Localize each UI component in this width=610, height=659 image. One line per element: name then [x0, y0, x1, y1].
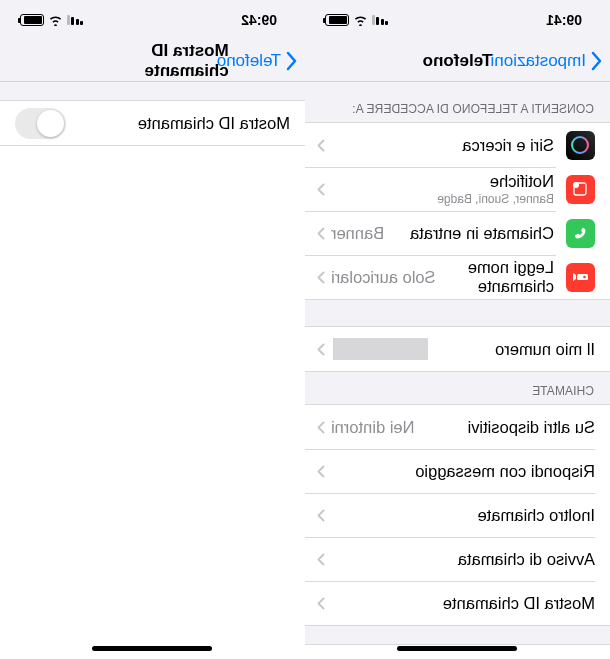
row-label: Rispondi con messaggio [325, 462, 595, 481]
back-label: Impostazioni [491, 51, 586, 71]
section-header-calls: CHIAMATE [305, 372, 610, 404]
chevron-icon [317, 421, 325, 434]
row-sublabel: Banner, Suoni, Badge [325, 192, 554, 206]
chevron-icon [317, 183, 325, 196]
row-label: Il mio numero [428, 340, 595, 359]
row-value: Nei dintorni [331, 418, 414, 437]
chevron-icon [317, 465, 325, 478]
chevron-icon [317, 139, 325, 152]
row-label: Su altri dispositivi [414, 418, 595, 437]
caller-id-screen: 09:42 Telefono Mostra ID chiamante Mostr… [0, 0, 305, 659]
redacted-number [333, 338, 428, 360]
row-value: Solo auricolari [331, 268, 436, 287]
calls-list: Su altri dispositivi Nei dintorni Rispon… [305, 404, 610, 626]
row-label: Avviso di chiamata [325, 550, 595, 569]
row-call-forwarding[interactable]: Inoltro chiamate [305, 493, 610, 537]
wifi-icon [48, 14, 63, 26]
section-header-allow: CONSENTI A TELEFONO DI ACCEDERE A: [305, 82, 610, 122]
status-time: 09:41 [454, 12, 583, 28]
notifications-icon [566, 175, 595, 204]
back-button[interactable]: Impostazioni [491, 51, 602, 71]
svg-rect-3 [578, 274, 589, 280]
row-incoming-calls[interactable]: Chiamate in entrata Banner [305, 211, 610, 255]
status-time: 09:42 [149, 12, 278, 28]
empty-area [0, 146, 305, 659]
allow-list: Siri e ricerca Notifiche Banner, Suoni, … [305, 122, 610, 300]
chevron-icon [317, 227, 325, 240]
row-respond-text[interactable]: Rispondi con messaggio [305, 449, 610, 493]
home-indicator[interactable] [93, 646, 213, 651]
row-value: Banner [331, 224, 384, 243]
row-notifications[interactable]: Notifiche Banner, Suoni, Badge [305, 167, 610, 211]
announce-icon [566, 263, 595, 292]
battery-icon [325, 14, 349, 26]
phone-icon [566, 219, 595, 248]
row-label: Notifiche [325, 172, 554, 191]
svg-point-0 [573, 137, 589, 153]
nav-title: Telefono [423, 51, 493, 71]
row-label: Leggi nome chiamante [436, 258, 554, 296]
row-caller-id[interactable]: Mostra ID chiamante [305, 581, 610, 625]
cellular-icon [372, 15, 389, 25]
caller-id-toggle[interactable] [15, 108, 66, 139]
row-label: Chiamate in entrata [384, 224, 554, 243]
battery-icon [20, 14, 44, 26]
navbar: Impostazioni Telefono [305, 40, 610, 82]
status-bar: 09:42 [0, 0, 305, 40]
siri-icon [566, 131, 595, 160]
cellular-icon [67, 15, 84, 25]
chevron-icon [317, 597, 325, 610]
status-indicators [325, 14, 454, 26]
chevron-icon [317, 343, 325, 356]
svg-point-4 [584, 276, 587, 279]
row-label: Mostra ID chiamante [325, 594, 595, 613]
my-number-list: Il mio numero [305, 326, 610, 372]
chevron-icon [317, 553, 325, 566]
row-label: Mostra ID chiamante [66, 114, 290, 133]
chevron-back-icon [285, 51, 297, 71]
chevron-back-icon [590, 51, 602, 71]
row-my-number[interactable]: Il mio numero [305, 327, 610, 371]
wifi-icon [353, 14, 368, 26]
home-indicator[interactable] [398, 646, 518, 651]
status-indicators [20, 14, 149, 26]
row-show-caller-id: Mostra ID chiamante [0, 101, 305, 145]
row-call-waiting[interactable]: Avviso di chiamata [305, 537, 610, 581]
svg-point-2 [574, 182, 580, 188]
navbar: Telefono Mostra ID chiamante [0, 40, 305, 82]
row-other-devices[interactable]: Su altri dispositivi Nei dintorni [305, 405, 610, 449]
status-bar: 09:41 [305, 0, 610, 40]
nav-title: Mostra ID chiamante [76, 41, 229, 81]
row-label: Inoltro chiamate [325, 506, 595, 525]
row-label: Siri e ricerca [325, 136, 554, 155]
chevron-icon [317, 509, 325, 522]
caller-id-list: Mostra ID chiamante [0, 100, 305, 146]
chevron-icon [317, 271, 325, 284]
phone-settings-screen: 09:41 Impostazioni Telefono CONSENTI A T… [305, 0, 610, 659]
back-button[interactable]: Telefono [217, 51, 297, 71]
row-siri[interactable]: Siri e ricerca [305, 123, 610, 167]
row-announce-calls[interactable]: Leggi nome chiamante Solo auricolari [305, 255, 610, 299]
